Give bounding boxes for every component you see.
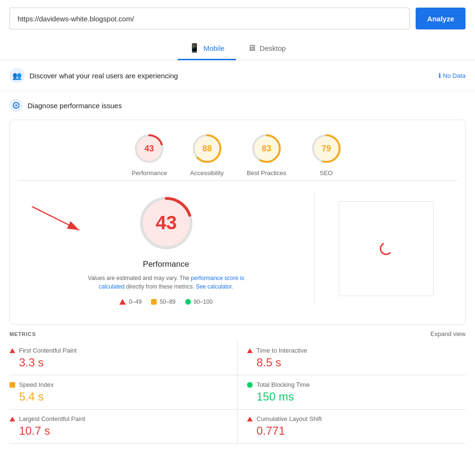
legend-orange-label: 50–89: [160, 299, 175, 305]
score-seo: 79 SEO: [309, 131, 343, 177]
score-best-practices: 83 Best Practices: [247, 131, 286, 177]
diagnose-section: Diagnose performance issues 43 Performan…: [0, 91, 475, 325]
expand-view-button[interactable]: Expand view: [430, 330, 466, 337]
accessibility-label: Accessibility: [190, 169, 224, 177]
svg-point-24: [379, 242, 393, 256]
svg-text:79: 79: [322, 144, 331, 153]
big-score-wrap: 43: [27, 192, 305, 254]
desc-end: .: [232, 283, 233, 290]
desktop-icon: 🖥: [247, 43, 256, 53]
top-bar: Analyze: [0, 0, 475, 37]
metric-cls-name-row: Cumulative Layout Shift: [247, 415, 466, 422]
metric-lcp: Largest Contentful Paint 10.7 s: [10, 410, 238, 444]
cls-name: Cumulative Layout Shift: [256, 415, 322, 422]
no-data-link[interactable]: ℹ No Data: [438, 72, 466, 79]
tti-value: 8.5 s: [247, 356, 466, 369]
url-input[interactable]: [10, 8, 410, 29]
svg-line-19: [32, 206, 79, 230]
metric-fcp: First Contentful Paint 3.3 s: [10, 341, 238, 375]
score-performance: 43 Performance: [132, 131, 167, 177]
metric-tti: Time to Interactive 8.5 s: [238, 341, 466, 375]
best-practices-label: Best Practices: [247, 169, 286, 177]
info-icon: ℹ: [438, 72, 441, 79]
analyze-button[interactable]: Analyze: [416, 8, 466, 29]
performance-gauge: 43: [132, 131, 166, 166]
legend-row: 0–49 50–89 90–100: [119, 299, 212, 305]
tbt-indicator: [247, 382, 253, 388]
tab-desktop[interactable]: 🖥 Desktop: [236, 37, 297, 60]
scores-row: 43 Performance 88 Accessibility: [18, 131, 457, 177]
metric-cls: Cumulative Layout Shift 0.771: [238, 410, 466, 444]
metric-tbt: Total Blocking Time 150 ms: [238, 375, 466, 410]
calc-link[interactable]: See calculator: [196, 283, 231, 290]
metric-fcp-name-row: First Contentful Paint: [10, 347, 228, 354]
legend-green: 90–100: [185, 299, 213, 305]
metrics-grid: First Contentful Paint 3.3 s Time to Int…: [10, 341, 466, 444]
best-practices-gauge: 83: [249, 131, 284, 166]
svg-text:43: 43: [144, 144, 154, 153]
metrics-title: METRICS: [10, 331, 36, 337]
tti-name: Time to Interactive: [256, 347, 307, 354]
si-value: 5.4 s: [10, 390, 228, 403]
orange-square-icon: [151, 299, 157, 305]
svg-text:88: 88: [202, 144, 212, 153]
tabs-row: 📱 Mobile 🖥 Desktop: [0, 37, 475, 60]
scores-card: 43 Performance 88 Accessibility: [10, 120, 466, 325]
fcp-name: First Contentful Paint: [19, 347, 76, 354]
svg-text:43: 43: [155, 212, 177, 233]
cls-value: 0.771: [247, 424, 466, 438]
tab-mobile[interactable]: 📱 Mobile: [178, 37, 236, 60]
performance-desc: Values are estimated and may vary. The p…: [81, 274, 252, 291]
tbt-name: Total Blocking Time: [256, 381, 310, 388]
score-accessibility: 88 Accessibility: [190, 131, 224, 177]
si-indicator: [10, 382, 15, 388]
lcp-indicator: [10, 417, 15, 421]
lcp-name: Largest Contentful Paint: [19, 415, 85, 422]
screenshot-placeholder: [339, 201, 434, 296]
users-icon: 👥: [10, 68, 25, 83]
metric-si: Speed Index 5.4 s: [10, 375, 238, 410]
green-circle-icon: [185, 299, 191, 305]
performance-detail-label: Performance: [143, 260, 189, 269]
tab-mobile-label: Mobile: [203, 44, 224, 52]
metric-tbt-name-row: Total Blocking Time: [247, 381, 466, 388]
red-triangle-icon: [119, 299, 126, 305]
banner-title: Discover what your real users are experi…: [29, 72, 178, 80]
legend-green-label: 90–100: [194, 299, 213, 305]
metrics-header: METRICS Expand view: [10, 325, 466, 341]
legend-red: 0–49: [119, 299, 142, 305]
metric-si-name-row: Speed Index: [10, 381, 228, 388]
loading-icon: [379, 241, 394, 256]
diagnose-title: Diagnose performance issues: [28, 102, 122, 110]
si-name: Speed Index: [19, 381, 54, 388]
diagnose-header: Diagnose performance issues: [10, 99, 466, 112]
cls-indicator: [247, 417, 253, 421]
detail-section: 43 Performance Values are estimated and …: [18, 180, 457, 317]
mobile-icon: 📱: [189, 43, 200, 53]
no-data-label: No Data: [443, 72, 466, 79]
tab-desktop-label: Desktop: [260, 44, 286, 52]
metric-tti-name-row: Time to Interactive: [247, 347, 466, 354]
seo-label: SEO: [320, 169, 332, 177]
metrics-section: METRICS Expand view First Contentful Pai…: [0, 325, 475, 453]
detail-left: 43 Performance Values are estimated and …: [27, 192, 315, 305]
arrow-icon: [32, 206, 89, 235]
fcp-indicator: [10, 348, 15, 353]
big-performance-gauge: 43: [135, 192, 197, 254]
accessibility-gauge: 88: [190, 131, 224, 166]
detail-right: [315, 192, 448, 305]
svg-text:83: 83: [262, 144, 271, 153]
tbt-value: 150 ms: [247, 390, 466, 403]
diagnose-icon: [10, 99, 23, 112]
svg-point-1: [15, 104, 17, 106]
performance-label: Performance: [132, 169, 167, 177]
lcp-value: 10.7 s: [10, 424, 228, 438]
tti-indicator: [247, 348, 253, 353]
banner-left: 👥 Discover what your real users are expe…: [10, 68, 178, 83]
desc-mid: directly from these metrics.: [124, 283, 196, 290]
desc-text: Values are estimated and may vary. The: [88, 275, 191, 281]
real-users-banner: 👥 Discover what your real users are expe…: [0, 60, 475, 91]
fcp-value: 3.3 s: [10, 356, 228, 369]
legend-orange: 50–89: [151, 299, 175, 305]
legend-red-label: 0–49: [129, 299, 142, 305]
